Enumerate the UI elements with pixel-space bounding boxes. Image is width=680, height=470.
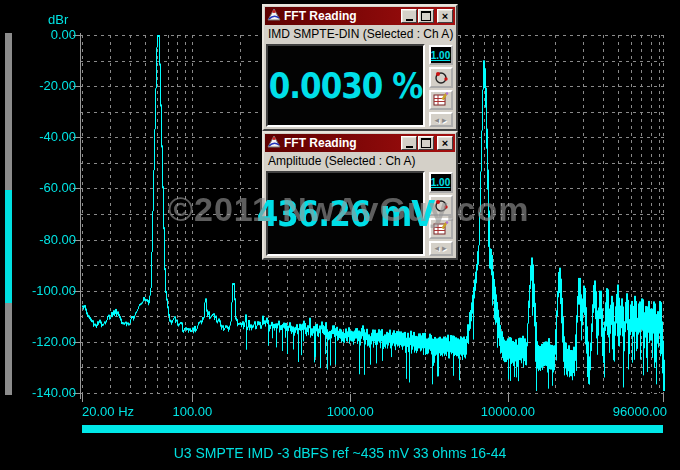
minimize-icon bbox=[406, 138, 413, 148]
y-tick-label: -60.00 bbox=[8, 180, 76, 195]
nav-right-icon: ▸ bbox=[442, 115, 447, 125]
reading-label: IMD SMPTE-DIN (Selected : Ch A) bbox=[264, 26, 456, 43]
y-tick-label: -120.00 bbox=[8, 334, 76, 349]
horizontal-scrollbar[interactable] bbox=[82, 425, 663, 433]
maximize-button[interactable] bbox=[418, 9, 434, 23]
nav-left-icon: ◂ bbox=[434, 115, 439, 125]
probe-icon bbox=[433, 70, 449, 85]
close-button[interactable]: × bbox=[437, 9, 453, 23]
reading-display: 436.26 mV bbox=[266, 171, 425, 256]
x-tick-label: 100.00 bbox=[172, 404, 212, 419]
maximize-icon bbox=[421, 11, 431, 21]
minimize-icon bbox=[406, 11, 413, 21]
minimize-button[interactable] bbox=[401, 9, 417, 23]
x-tick-label: 96000.00 bbox=[613, 404, 667, 419]
data-table-button[interactable] bbox=[429, 90, 453, 110]
probe-settings-button[interactable] bbox=[429, 67, 453, 87]
y-tick-label: 0.00 bbox=[8, 27, 76, 42]
meter-segment-gray-top bbox=[5, 33, 12, 190]
table-pencil-icon bbox=[433, 221, 449, 236]
x-tick-label: 1000.00 bbox=[327, 404, 374, 419]
x-tick-label: 10000.00 bbox=[481, 404, 535, 419]
window-title: FFT Reading bbox=[284, 134, 398, 152]
probe-icon bbox=[433, 198, 449, 213]
fft-reading-window-amplitude: FFT Reading × Amplitude (Selected : Ch A… bbox=[262, 131, 458, 260]
fft-reading-window-imd: FFT Reading × IMD SMPTE-DIN (Selected : … bbox=[262, 4, 458, 131]
y-axis-unit-label: dBr bbox=[48, 12, 68, 27]
window-titlebar[interactable]: FFT Reading × bbox=[265, 7, 455, 25]
meter-segment-gray-bottom bbox=[5, 303, 12, 395]
x-tick-label: 20.00 Hz bbox=[82, 404, 134, 419]
analyzer-app: dBr 0.00-20.00-40.00-60.00-80.00-100.00-… bbox=[0, 0, 680, 470]
reading-value: 436.26 mV bbox=[257, 193, 435, 233]
averages-button[interactable]: 1.00 bbox=[429, 45, 453, 65]
reading-value: 0.0030 % bbox=[269, 65, 422, 105]
y-tick-label: -140.00 bbox=[8, 385, 76, 400]
maximize-button[interactable] bbox=[418, 136, 434, 150]
nav-right-icon: ▸ bbox=[442, 243, 447, 253]
window-titlebar[interactable]: FFT Reading × bbox=[265, 134, 455, 152]
reading-display: 0.0030 % bbox=[266, 44, 425, 127]
maximize-icon bbox=[421, 138, 431, 148]
table-pencil-icon bbox=[433, 92, 449, 107]
y-tick-label: -100.00 bbox=[8, 283, 76, 298]
app-icon bbox=[267, 134, 281, 152]
minimize-button[interactable] bbox=[401, 136, 417, 150]
close-button[interactable]: × bbox=[437, 136, 453, 150]
reading-label: Amplitude (Selected : Ch A) bbox=[264, 153, 456, 170]
nav-left-icon: ◂ bbox=[434, 243, 439, 253]
y-tick-label: -20.00 bbox=[8, 78, 76, 93]
y-tick-label: -80.00 bbox=[8, 232, 76, 247]
averages-button[interactable]: 1.00 bbox=[429, 172, 453, 193]
nav-arrows[interactable]: ◂ ▸ bbox=[429, 241, 453, 256]
window-title: FFT Reading bbox=[284, 7, 398, 25]
app-icon bbox=[267, 7, 281, 25]
y-tick-label: -40.00 bbox=[8, 129, 76, 144]
status-bar-text: U3 SMPTE IMD -3 dBFS ref ~435 mV 33 ohms… bbox=[0, 445, 680, 461]
nav-arrows[interactable]: ◂ ▸ bbox=[429, 112, 453, 127]
